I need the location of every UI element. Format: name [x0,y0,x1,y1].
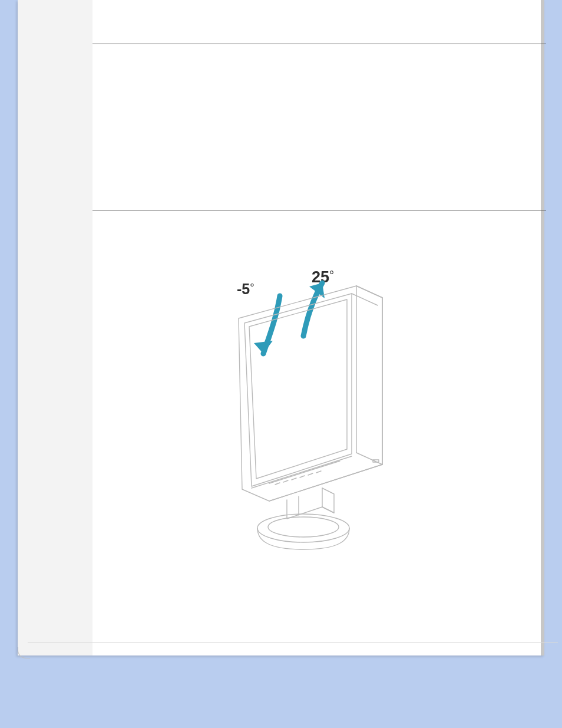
monitor-tilt-illustration [234,265,411,572]
svg-line-4 [283,480,288,482]
svg-line-6 [300,476,305,477]
svg-marker-0 [254,341,273,354]
page-bottom-left-corner [18,647,30,658]
page-content: -5° 25° [92,0,540,655]
tilt-arrow-back-icon [254,296,280,354]
horizontal-rule-top [92,44,546,44]
svg-line-7 [308,473,313,475]
svg-line-5 [292,478,296,480]
document-page: -5° 25° [18,0,544,655]
svg-point-10 [268,517,339,537]
svg-line-2 [269,461,340,483]
horizontal-rule-bottom [28,642,558,643]
left-margin-band [18,0,92,655]
monitor-outline [239,286,382,549]
svg-point-9 [257,514,349,542]
svg-line-8 [316,471,321,473]
horizontal-rule-mid [92,210,546,210]
svg-line-3 [275,483,280,485]
right-page-edge [541,0,544,655]
tilt-arrow-forward-icon [303,283,325,336]
